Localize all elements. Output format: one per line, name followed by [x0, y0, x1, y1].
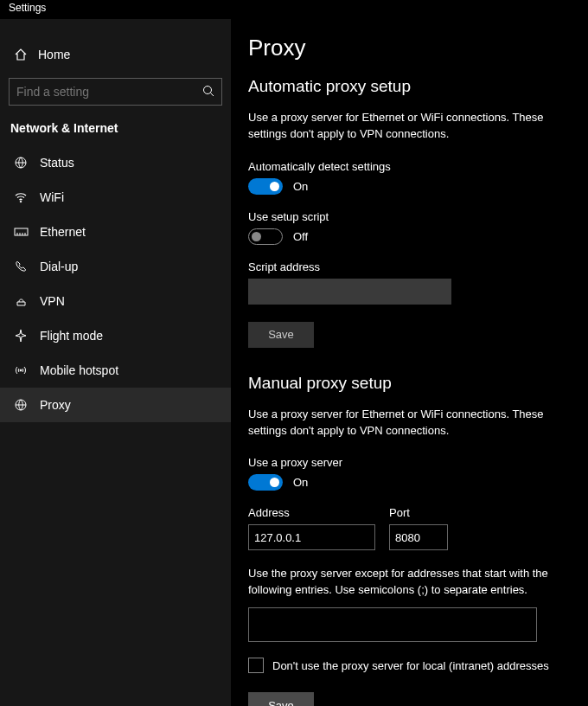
- script-address-input[interactable]: [248, 279, 451, 305]
- svg-point-4: [20, 369, 22, 371]
- address-label: Address: [248, 506, 375, 519]
- sidebar-item-label: WiFi: [40, 190, 64, 204]
- sidebar: Home Network & Internet Status WiFi Ethe…: [0, 19, 231, 706]
- bypass-local-label: Don't use the proxy server for local (in…: [272, 659, 549, 672]
- svg-rect-3: [15, 228, 28, 235]
- sidebar-item-label: Ethernet: [40, 225, 86, 239]
- ethernet-icon: [12, 226, 29, 238]
- manual-desc: Use a proxy server for Ethernet or WiFi …: [248, 407, 577, 440]
- auto-detect-toggle[interactable]: [248, 178, 283, 195]
- home-button[interactable]: Home: [0, 38, 231, 71]
- svg-point-2: [20, 201, 22, 202]
- proxy-icon: [12, 398, 29, 412]
- airplane-icon: [12, 329, 29, 343]
- setup-script-toggle[interactable]: [248, 228, 283, 245]
- manual-heading: Manual proxy setup: [248, 374, 588, 393]
- sidebar-item-vpn[interactable]: VPN: [0, 284, 231, 318]
- hotspot-icon: [12, 363, 29, 377]
- auto-detect-label: Automatically detect settings: [248, 160, 588, 173]
- save-auto-button[interactable]: Save: [248, 322, 314, 348]
- save-manual-button[interactable]: Save: [248, 692, 314, 706]
- setup-script-state: Off: [293, 230, 308, 243]
- phone-icon: [12, 260, 29, 273]
- auto-desc: Use a proxy server for Ethernet or WiFi …: [248, 110, 577, 143]
- sidebar-item-flightmode[interactable]: Flight mode: [0, 318, 231, 353]
- exceptions-desc: Use the proxy server except for addresse…: [248, 566, 577, 599]
- port-label: Port: [389, 506, 448, 519]
- sidebar-item-ethernet[interactable]: Ethernet: [0, 215, 231, 249]
- search-icon: [202, 85, 214, 99]
- page-title: Proxy: [248, 35, 588, 61]
- window-title: Settings: [0, 0, 588, 19]
- sidebar-item-label: Proxy: [40, 398, 71, 412]
- globe-icon: [12, 156, 29, 170]
- search-input[interactable]: [16, 85, 202, 99]
- sidebar-section-title: Network & Internet: [0, 106, 231, 145]
- auto-detect-state: On: [293, 180, 308, 193]
- exceptions-input[interactable]: [248, 607, 537, 642]
- bypass-local-checkbox[interactable]: [248, 658, 264, 673]
- sidebar-item-label: Status: [40, 156, 74, 170]
- search-input-container[interactable]: [9, 78, 222, 106]
- setup-script-label: Use setup script: [248, 210, 588, 223]
- sidebar-item-hotspot[interactable]: Mobile hotspot: [0, 353, 231, 388]
- sidebar-item-status[interactable]: Status: [0, 145, 231, 180]
- vpn-icon: [12, 295, 29, 307]
- use-proxy-state: On: [293, 476, 308, 489]
- home-label: Home: [38, 48, 70, 61]
- sidebar-item-label: Dial-up: [40, 260, 78, 273]
- script-address-label: Script address: [248, 260, 588, 273]
- auto-heading: Automatic proxy setup: [248, 77, 588, 96]
- use-proxy-toggle[interactable]: [248, 474, 283, 491]
- wifi-icon: [12, 190, 29, 204]
- home-icon: [12, 48, 29, 61]
- sidebar-item-proxy[interactable]: Proxy: [0, 388, 231, 422]
- address-input[interactable]: [248, 524, 375, 550]
- content-pane: Proxy Automatic proxy setup Use a proxy …: [231, 19, 588, 706]
- sidebar-item-label: Mobile hotspot: [40, 363, 118, 377]
- svg-point-0: [204, 86, 212, 93]
- sidebar-item-label: VPN: [40, 294, 65, 308]
- sidebar-item-wifi[interactable]: WiFi: [0, 180, 231, 215]
- sidebar-item-label: Flight mode: [40, 329, 103, 343]
- sidebar-item-dialup[interactable]: Dial-up: [0, 249, 231, 284]
- port-input[interactable]: [389, 524, 448, 550]
- use-proxy-label: Use a proxy server: [248, 456, 588, 469]
